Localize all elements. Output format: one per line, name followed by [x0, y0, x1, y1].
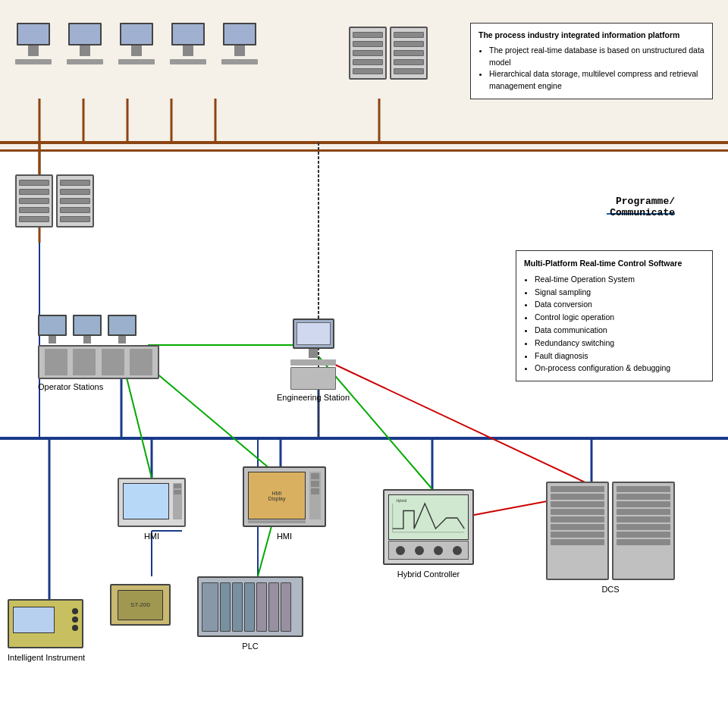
monitor-3	[120, 23, 153, 46]
plc-relay: S7-200	[110, 584, 171, 626]
top-info-item-1: The project real-time database is based …	[489, 45, 704, 69]
plc-rack: PLC	[197, 576, 303, 651]
keyboard-2	[67, 59, 103, 64]
operator-stations-label: Operator Stations	[38, 382, 159, 391]
info-box-top: The process industry integrated informat…	[470, 23, 713, 99]
hybrid-screen-svg: Hybrid	[389, 495, 468, 539]
keyboard-4	[170, 59, 206, 64]
mid-info-item-1: Real-time Operation System	[535, 273, 704, 286]
monitor-4	[171, 23, 205, 46]
hmi-2-label: HMI	[243, 532, 326, 541]
engineering-station-label: Engineering Station	[277, 393, 350, 402]
keyboard-1	[15, 59, 52, 64]
mid-info-title: Multi-Platform Real-time Control Softwar…	[524, 257, 704, 270]
hmi-1-label: HMI	[118, 532, 186, 541]
workstation-2	[67, 23, 103, 64]
top-servers	[349, 27, 428, 80]
monitor-5	[223, 23, 256, 46]
mid-info-item-3: Data conversion	[535, 298, 704, 311]
mid-info-item-6: Redundancy switching	[535, 337, 704, 350]
mid-info-item-2: Signal sampling	[535, 286, 704, 299]
dcs-label: DCS	[546, 585, 675, 594]
top-info-title: The process industry integrated informat…	[479, 30, 704, 42]
mid-info-item-7: Fault diagnosis	[535, 350, 704, 362]
keyboard-5	[221, 59, 258, 64]
mid-server	[15, 174, 94, 228]
monitor-2	[68, 23, 102, 46]
mid-info-item-4: Control logic operation	[535, 311, 704, 324]
dcs-cabinet-2	[612, 482, 675, 580]
programme-communicate-label: Programme/Communicate	[610, 196, 675, 218]
mid-server-2	[56, 174, 94, 228]
hybrid-controller-label: Hybrid Controller	[383, 570, 474, 579]
dcs-body	[546, 482, 675, 580]
top-info-list: The project real-time database is based …	[479, 45, 704, 93]
server-unit-1	[349, 27, 387, 80]
server-unit-2	[390, 27, 428, 80]
keyboard-3	[118, 59, 155, 64]
top-info-item-2: Hierarchical data storage, multilevel co…	[489, 68, 704, 93]
hmi-1: HMI	[118, 478, 186, 541]
workstation-1	[15, 23, 52, 64]
intelligent-instrument: Intelligent Instrument	[8, 599, 85, 662]
workstation-4	[170, 23, 206, 64]
hybrid-controller: Hybrid Hybrid Controller	[383, 489, 474, 579]
plc-label: PLC	[197, 642, 303, 651]
intelligent-instrument-label: Intelligent Instrument	[8, 653, 85, 662]
mid-info-item-5: Data communication	[535, 324, 704, 337]
info-box-mid: Multi-Platform Real-time Control Softwar…	[516, 250, 713, 381]
monitor-1	[17, 23, 50, 46]
mid-info-list: Real-time Operation System Signal sampli…	[524, 273, 704, 375]
hybrid-ctrl-body: Hybrid	[383, 489, 474, 565]
mid-server-1	[15, 174, 53, 228]
svg-text:Hybrid: Hybrid	[396, 499, 406, 503]
operator-stations: Operator Stations	[38, 315, 159, 391]
dcs-cabinet-1	[546, 482, 609, 580]
hmi-2: HMIDisplay HMI	[243, 466, 326, 541]
instrument-body	[8, 599, 83, 648]
hmi-panel-1	[118, 478, 186, 527]
engineering-station: Engineering Station	[277, 318, 350, 402]
top-computers-row	[15, 23, 258, 64]
workstation-3	[118, 23, 155, 64]
mid-info-item-8: On-process configuration & debugging	[535, 362, 704, 375]
workstation-5	[221, 23, 258, 64]
dcs: DCS	[546, 482, 675, 594]
